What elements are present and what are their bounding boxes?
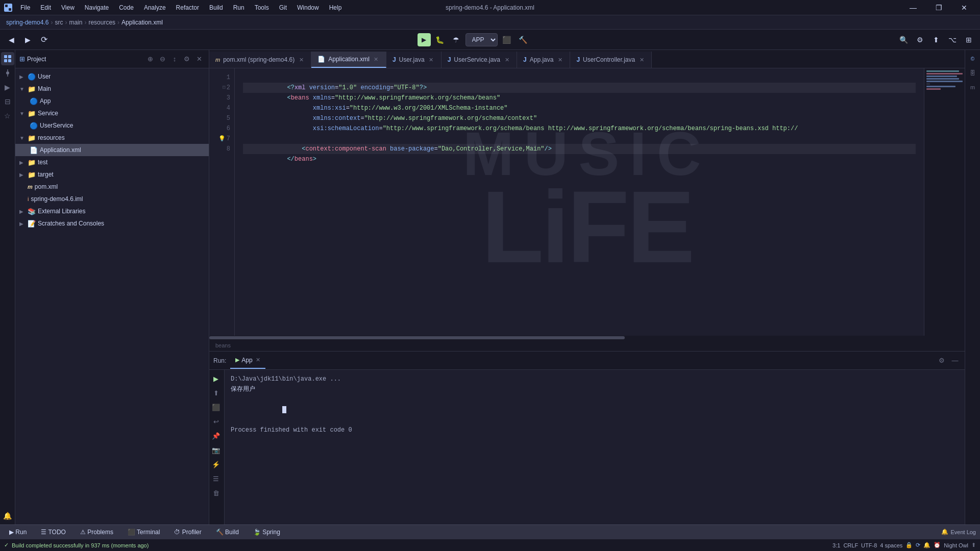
maximize-button[interactable]: ❐ [927,0,950,15]
structure-icon[interactable]: ⊟ [1,95,14,108]
bottom-tab-profiler[interactable]: ⏱ Profiler [169,528,206,537]
menu-git[interactable]: Git [275,3,291,12]
build-project-button[interactable]: 🔨 [516,33,530,47]
coverage-button[interactable]: ☂ [449,33,463,47]
tree-item-external-libs[interactable]: ▶ 📚 External Libraries [15,205,209,217]
menu-build[interactable]: Build [205,3,227,12]
menu-window[interactable]: Window [293,3,323,12]
settings-button[interactable]: ⚙ [913,33,927,47]
run-tab-app[interactable]: ▶ App ✕ [230,353,265,369]
tree-item-target[interactable]: ▶ 📁 target [15,168,209,181]
database-icon[interactable]: 🗄 [966,66,979,80]
run-tool-camera[interactable]: 📷 [209,443,223,457]
tree-item-application-xml[interactable]: 📄 Application.xml [15,144,209,156]
tab-application-xml[interactable]: 📄 Application.xml ✕ [311,52,386,68]
tab-userservice-close[interactable]: ✕ [503,56,510,63]
menu-tools[interactable]: Tools [251,3,273,12]
tree-item-scratches[interactable]: ▶ 📝 Scratches and Consoles [15,217,209,230]
code-editor[interactable]: MUSIC LiFE 1 ⊟2 3 4 5 6 💡7 8 [209,68,965,336]
menu-run[interactable]: Run [229,3,249,12]
close-button[interactable]: ✕ [952,0,976,15]
menu-code[interactable]: Code [115,3,138,12]
tab-user-close[interactable]: ✕ [428,56,435,63]
position-status[interactable]: 3:1 [832,542,840,548]
tab-userservice-java[interactable]: J UserService.java ✕ [442,52,517,68]
tree-item-main[interactable]: ▼ 📁 Main [15,83,209,95]
menu-file[interactable]: File [16,3,34,12]
breadcrumb-part-4[interactable]: resources [88,19,115,26]
sort-button[interactable]: ↕ [169,54,180,65]
bottom-tab-todo[interactable]: ☰ TODO [36,528,71,537]
run-tool-stop[interactable]: ⬛ [209,400,223,414]
menu-edit[interactable]: Edit [36,3,55,12]
menu-refactor[interactable]: Refactor [172,3,203,12]
maven-icon[interactable]: m [966,81,979,94]
gear-button[interactable]: ⚙ [181,54,192,65]
bottom-tab-build[interactable]: 🔨 Build [211,528,244,537]
tab-user-java[interactable]: J User.java ✕ [386,52,442,68]
run-tool-play[interactable]: ▶ [209,372,223,385]
stop-button[interactable]: ⬛ [500,33,514,47]
bottom-tab-spring[interactable]: 🍃 Spring [248,528,285,537]
tab-usercontroller-java[interactable]: J UserController.java ✕ [570,52,652,68]
scrollbar-thumb[interactable] [209,336,625,339]
bottom-tab-terminal[interactable]: ⬛ Terminal [122,528,165,537]
encoding-status[interactable]: UTF-8 [861,542,877,548]
run-tool-pin[interactable]: 📌 [209,429,223,442]
run-button[interactable]: ▶ [418,33,431,46]
bottom-tab-problems[interactable]: ⚠ Problems [75,528,118,537]
codota-icon[interactable]: © [966,52,979,65]
run-tool-scroll-top[interactable]: ⬆ [209,386,223,399]
run-tool-trash[interactable]: 🗑 [209,486,223,499]
bookmark-icon[interactable]: ☆ [1,109,14,122]
tree-item-userservice[interactable]: 🔵 UserService [15,119,209,132]
run-config-select[interactable]: APP [465,33,498,46]
code-content[interactable]: <?xml version="1.0" encoding="UTF-8"?> <… [235,68,924,336]
menu-navigate[interactable]: Navigate [81,3,113,12]
tab-app-close[interactable]: ✕ [556,56,564,63]
vcs-button[interactable]: ⬆ [929,33,943,47]
hide-panel-button[interactable]: ✕ [193,54,205,65]
minimize-run-button[interactable]: — [949,355,961,366]
tab-pom-xml[interactable]: m pom.xml (spring-demo4.6) ✕ [209,52,311,68]
menu-view[interactable]: View [57,3,79,12]
tab-usercontroller-close[interactable]: ✕ [638,56,645,63]
tree-item-resources[interactable]: ▼ 📁 resources [15,132,209,144]
tree-item-test[interactable]: ▶ 📁 test [15,156,209,168]
tree-item-pom-xml[interactable]: m pom.xml [15,181,209,193]
line-ending-status[interactable]: CRLF [843,542,858,548]
tree-item-service[interactable]: ▼ 📁 Service [15,107,209,119]
tab-app-java[interactable]: J App.java ✕ [517,52,570,68]
event-log-status[interactable]: 🔔 Event Log [941,529,976,535]
bottom-tab-run[interactable]: ▶ Run [4,528,32,537]
locate-file-button[interactable]: ⊕ [144,54,156,65]
tab-application-close[interactable]: ✕ [373,56,380,63]
indent-status[interactable]: 4 spaces [880,542,902,548]
refresh-button[interactable]: ⟳ [37,33,51,47]
run-tool-wrap[interactable]: ↩ [209,415,223,428]
run-dashboard-icon[interactable]: ▶ [1,81,14,94]
theme-status[interactable]: Night Owl [944,542,968,548]
breadcrumb-part-5[interactable]: Application.xml [121,19,163,26]
search-everywhere-button[interactable]: 🔍 [896,33,911,47]
notifications-icon[interactable]: 🔔 [1,509,14,522]
breadcrumb-part-3[interactable]: main [69,19,82,26]
back-button[interactable]: ◀ [4,33,18,47]
forward-button[interactable]: ▶ [20,33,35,47]
tree-item-iml[interactable]: i spring-demo4.6.iml [15,193,209,205]
collapse-all-button[interactable]: ⊖ [157,54,168,65]
commit-icon[interactable] [1,66,14,80]
editor-horizontal-scrollbar[interactable] [209,336,965,340]
breadcrumb-part-1[interactable]: spring-demo4.6 [6,19,48,26]
run-tool-filter[interactable]: ⚡ [209,458,223,471]
menu-analyze[interactable]: Analyze [140,3,170,12]
minimize-button[interactable]: — [901,0,925,15]
tree-item-app[interactable]: 🔵 App [15,95,209,107]
run-tool-list[interactable]: ☰ [209,472,223,485]
tree-item-user[interactable]: ▶ 🔵 User [15,70,209,83]
breadcrumb-part-2[interactable]: src [55,19,63,26]
run-tab-close[interactable]: ✕ [256,357,260,363]
git-button[interactable]: ⌥ [945,33,960,47]
tab-pom-close[interactable]: ✕ [298,56,305,63]
settings-run-button[interactable]: ⚙ [936,355,947,366]
